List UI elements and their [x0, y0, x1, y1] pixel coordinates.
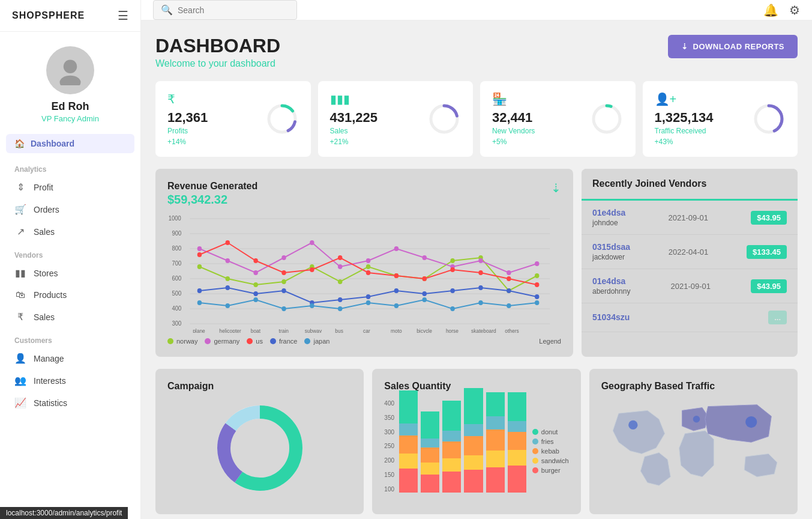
- svg-text:train: train: [279, 328, 289, 333]
- profits-label: Profits: [167, 127, 208, 135]
- svg-point-48: [423, 255, 427, 260]
- traffic-label: Traffic Received: [655, 127, 714, 135]
- sales-legend: donut fries kebab sandwich burger: [529, 400, 569, 502]
- svg-point-40: [197, 246, 202, 251]
- vendor-item-3: 01e4dsa aberdohnny 2021-09-01 $43.95: [582, 269, 798, 303]
- sidebar-item-profit[interactable]: ⇕ Profit: [6, 176, 134, 198]
- svg-text:1000: 1000: [169, 215, 181, 222]
- svg-point-65: [535, 282, 539, 287]
- download-reports-button[interactable]: ⇣ DOWNLOAD REPORTS: [668, 35, 798, 58]
- svg-point-73: [394, 288, 398, 293]
- sidebar-item-analytics-sales[interactable]: ↗ Sales: [6, 220, 134, 243]
- sidebar-item-statistics[interactable]: 📈 Statistics: [6, 392, 134, 414]
- dashboard-subtitle: Welcome to your dashboard: [155, 58, 280, 69]
- svg-text:subway: subway: [305, 328, 322, 333]
- svg-point-51: [507, 270, 511, 275]
- svg-point-58: [338, 255, 342, 260]
- svg-text:bicycle: bicycle: [417, 328, 432, 333]
- hamburger-icon[interactable]: ☰: [118, 8, 128, 23]
- vendor-date-1: 2021-09-01: [669, 213, 709, 222]
- svg-point-109: [628, 420, 637, 429]
- vendors-change: +5%: [492, 138, 535, 146]
- dashboard-title-block: DASHBOARD Welcome to your dashboard: [155, 35, 280, 69]
- vendor-user-2: jackdower: [592, 253, 630, 261]
- sidebar-item-interests[interactable]: 👥 Interests: [6, 369, 134, 392]
- interests-label: Interests: [34, 376, 66, 386]
- manage-icon: 👤: [14, 353, 26, 364]
- svg-point-77: [507, 288, 511, 293]
- sidebar-item-products[interactable]: 🛍 Products: [6, 284, 134, 306]
- profits-change: +14%: [167, 138, 208, 146]
- stat-card-profits: ₹ 12,361 Profits +14%: [155, 81, 311, 157]
- sidebar-item-manage[interactable]: 👤 Manage: [6, 347, 134, 369]
- svg-point-29: [253, 282, 257, 287]
- sales-quantity-card: Sales Quantity 400 350 300 250 200 150 1…: [372, 369, 580, 514]
- svg-point-80: [226, 303, 230, 308]
- vendors-sales-label: Sales: [34, 312, 55, 322]
- vendor-date-2: 2022-04-01: [669, 247, 709, 256]
- svg-point-75: [450, 288, 454, 293]
- profit-label: Profit: [34, 183, 53, 192]
- statistics-label: Statistics: [34, 398, 67, 408]
- topbar: 🔍 🔔 ⚙: [141, 0, 812, 20]
- geography-title: Geography Based Traffic: [601, 381, 786, 392]
- svg-point-50: [478, 258, 483, 263]
- revenue-chart-title: Revenue Generated: [167, 181, 257, 192]
- sidebar-logo-bar: SHOPSPHERE ☰: [0, 0, 140, 32]
- revenue-download-icon[interactable]: ⇣: [551, 181, 561, 195]
- notification-icon[interactable]: 🔔: [763, 3, 778, 17]
- svg-point-84: [338, 306, 342, 311]
- svg-point-72: [366, 294, 370, 299]
- svg-point-81: [253, 297, 257, 302]
- world-map: [601, 400, 786, 490]
- bar-groups: [399, 400, 526, 502]
- interests-icon: 👥: [14, 375, 26, 386]
- svg-text:car: car: [363, 328, 370, 333]
- campaign-card: Campaign: [155, 369, 364, 514]
- vendor-info-2: 0315dsaa jackdower: [592, 242, 630, 261]
- section-customers-label: Customers: [6, 328, 134, 347]
- revenue-line-chart: 1000 900 800 700 600 500 400 300: [167, 213, 561, 333]
- section-analytics-label: Analytics: [6, 157, 134, 176]
- vendor-info-1: 01e4dsa johndoe: [592, 208, 625, 227]
- y-label-250: 250: [384, 443, 394, 449]
- sidebar-item-orders[interactable]: 🛒 Orders: [6, 198, 134, 220]
- svg-text:600: 600: [172, 275, 181, 282]
- svg-text:boat: boat: [251, 328, 261, 333]
- dashboard-header: DASHBOARD Welcome to your dashboard ⇣ DO…: [155, 35, 798, 69]
- svg-text:700: 700: [172, 260, 181, 267]
- bottom-row: Campaign Sales Quantity: [155, 369, 798, 514]
- svg-point-36: [450, 258, 454, 263]
- profits-ring: [265, 102, 299, 136]
- manage-label: Manage: [34, 354, 64, 363]
- stat-card-vendors: 🏪 32,441 New Vendors +5%: [480, 81, 636, 157]
- traffic-ring: [752, 102, 786, 136]
- download-icon: ⇣: [681, 42, 688, 51]
- stat-card-traffic: 👤+ 1,325,134 Traffic Received +43%: [643, 81, 798, 157]
- svg-point-91: [535, 300, 539, 305]
- analytics-sales-label: Sales: [34, 227, 55, 237]
- settings-icon[interactable]: ⚙: [789, 3, 800, 17]
- sidebar-item-vendors-sales[interactable]: ₹ Sales: [6, 306, 134, 328]
- stats-row: ₹ 12,361 Profits +14% ▮▮▮ 431,22: [155, 81, 798, 157]
- stores-icon: ▮▮: [14, 267, 26, 279]
- svg-point-86: [394, 303, 398, 308]
- charts-row: Revenue Generated $59,342.32 ⇣: [155, 169, 798, 357]
- svg-point-7: [594, 106, 620, 132]
- svg-point-87: [423, 297, 427, 302]
- svg-point-79: [197, 300, 202, 305]
- url-bar: localhost:3000/admin/analytics/profit: [0, 507, 128, 519]
- stat-profits-left: ₹ 12,361 Profits +14%: [167, 92, 208, 146]
- search-input[interactable]: [178, 5, 286, 15]
- sidebar-item-dashboard[interactable]: 🏠 Dashboard: [6, 134, 134, 153]
- statistics-icon: 📈: [14, 397, 26, 408]
- legend-donut: donut: [532, 428, 569, 436]
- search-box[interactable]: 🔍: [153, 0, 297, 20]
- sales-quantity-chart: 400 350 300 250 200 150 100: [384, 400, 568, 502]
- user-profile: Ed Roh VP Fancy Admin: [41, 32, 99, 130]
- vendors-value: 32,441: [492, 110, 535, 126]
- vendor-amount-3: $43.95: [751, 279, 787, 293]
- sidebar-item-stores[interactable]: ▮▮ Stores: [6, 262, 134, 284]
- y-label-200: 200: [384, 457, 394, 464]
- svg-point-83: [310, 303, 314, 308]
